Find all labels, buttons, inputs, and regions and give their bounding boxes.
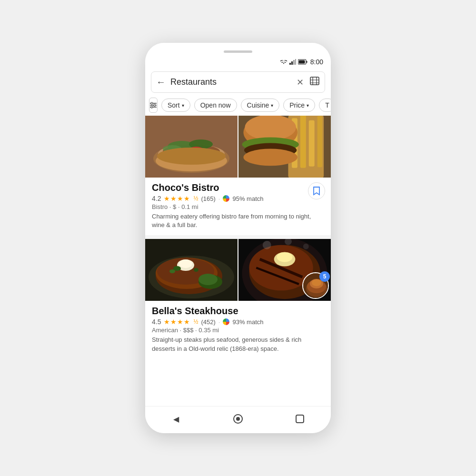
svg-point-56 bbox=[263, 241, 271, 249]
svg-point-55 bbox=[277, 252, 293, 262]
svg-point-65 bbox=[236, 417, 240, 421]
cuisine-chip-arrow: ▾ bbox=[271, 103, 273, 108]
svg-rect-6 bbox=[298, 60, 305, 64]
price-chip-arrow: ▾ bbox=[307, 103, 309, 108]
nav-home-button[interactable] bbox=[228, 411, 248, 426]
svg-rect-28 bbox=[300, 116, 306, 168]
svg-rect-30 bbox=[317, 116, 322, 167]
bellas-avatar-container: 5 bbox=[302, 272, 329, 299]
bellas-avatar-badge: 5 bbox=[319, 271, 330, 282]
svg-rect-1 bbox=[291, 61, 293, 65]
signal-icon bbox=[289, 59, 296, 65]
clear-icon[interactable]: ✕ bbox=[297, 77, 304, 88]
chocos-bistro-info: Choco's Bistro 4.2 ★★★★½ (165) · 95% mat… bbox=[145, 178, 331, 233]
price-chip[interactable]: Price ▾ bbox=[283, 99, 315, 112]
bellas-steakhouse-match: 93% match bbox=[232, 318, 263, 326]
svg-point-42 bbox=[179, 259, 192, 268]
phone-notch-bar bbox=[145, 43, 331, 56]
svg-point-35 bbox=[243, 149, 297, 166]
nav-recent-button[interactable] bbox=[290, 411, 309, 426]
sort-chip-label: Sort bbox=[168, 101, 180, 109]
chocos-bistro-description: Charming eatery offering bistro fare fro… bbox=[152, 212, 324, 229]
wifi-icon bbox=[280, 59, 288, 65]
sort-chip[interactable]: Sort ▾ bbox=[161, 99, 190, 112]
price-chip-label: Price bbox=[289, 101, 305, 109]
chocos-bistro-images bbox=[145, 116, 331, 178]
status-bar: 8:00 bbox=[145, 56, 331, 68]
svg-point-44 bbox=[169, 269, 175, 273]
open-now-chip-label: Open now bbox=[200, 101, 231, 109]
bellas-steakhouse-info: Bella's Steakhouse 4.5 ★★★★½ (452) · 93%… bbox=[145, 301, 331, 357]
chocos-bistro-stars: ★★★★ bbox=[164, 195, 190, 202]
bellas-steakhouse-reviews: (452) bbox=[201, 318, 215, 326]
chocos-bistro-image-left bbox=[145, 116, 238, 178]
status-icons: 8:00 bbox=[280, 58, 323, 66]
bellas-steakhouse-rating-row: 4.5 ★★★★½ (452) · 93% match bbox=[152, 318, 324, 326]
notch-pill bbox=[224, 50, 252, 53]
bellas-steakhouse-stars: ★★★★ bbox=[164, 318, 190, 326]
chocos-bistro-category: Bistro · $ · 0.1 mi bbox=[152, 203, 324, 210]
navigation-bar: ◀ bbox=[145, 406, 331, 433]
svg-point-58 bbox=[303, 244, 309, 249]
svg-point-63 bbox=[312, 279, 321, 286]
chocos-bistro-match: 95% match bbox=[232, 195, 263, 202]
bellas-steakhouse-rating: 4.5 bbox=[152, 318, 161, 326]
match-circle-icon bbox=[223, 195, 229, 202]
card-divider bbox=[145, 235, 331, 239]
filter-icon-chip[interactable] bbox=[149, 98, 158, 113]
cuisine-chip-label: Cuisine bbox=[247, 101, 269, 109]
bellas-steakhouse-image-left bbox=[145, 239, 238, 301]
search-query-text: Restaurants bbox=[170, 77, 292, 87]
svg-rect-5 bbox=[306, 61, 307, 63]
more-chip[interactable]: T bbox=[319, 99, 331, 112]
bellas-steakhouse-images: 5 bbox=[145, 239, 331, 301]
chocos-bistro-image-right bbox=[238, 116, 331, 178]
open-now-chip[interactable]: Open now bbox=[194, 99, 237, 112]
filter-chips-bar: Sort ▾ Open now Cuisine ▾ Price ▾ T bbox=[145, 95, 331, 116]
bellas-steakhouse-description: Straight-up steaks plus seafood, generou… bbox=[152, 336, 324, 353]
svg-rect-0 bbox=[289, 63, 291, 65]
battery-icon bbox=[298, 59, 307, 65]
match-circle-icon-2 bbox=[223, 318, 229, 325]
svg-rect-66 bbox=[296, 415, 304, 423]
cuisine-chip[interactable]: Cuisine ▾ bbox=[241, 99, 280, 112]
phone-frame: 8:00 ← Restaurants ✕ bbox=[145, 43, 331, 433]
status-time: 8:00 bbox=[310, 58, 323, 66]
bellas-steakhouse-category: American · $$$ · 0.35 mi bbox=[152, 327, 324, 334]
restaurant-card-chocos-bistro[interactable]: Choco's Bistro 4.2 ★★★★½ (165) · 95% mat… bbox=[145, 116, 331, 233]
svg-point-45 bbox=[194, 268, 198, 272]
bellas-steakhouse-name: Bella's Steakhouse bbox=[152, 306, 324, 317]
svg-point-24 bbox=[157, 148, 226, 165]
map-icon[interactable] bbox=[309, 76, 320, 89]
chocos-bistro-reviews: (165) bbox=[201, 195, 215, 202]
svg-point-47 bbox=[198, 274, 218, 285]
chocos-bistro-rating-row: 4.2 ★★★★½ (165) · 95% match bbox=[152, 195, 324, 202]
search-bar[interactable]: ← Restaurants ✕ bbox=[151, 71, 325, 93]
sort-chip-arrow: ▾ bbox=[182, 103, 184, 108]
svg-rect-29 bbox=[309, 120, 315, 167]
svg-point-12 bbox=[154, 104, 156, 106]
restaurant-card-bellas-steakhouse[interactable]: 5 Bella's Steakhouse 4.5 ★★★★½ (452) · 9… bbox=[145, 239, 331, 357]
nav-back-button[interactable]: ◀ bbox=[167, 411, 186, 426]
more-chip-label: T bbox=[325, 101, 329, 109]
search-bar-container: ← Restaurants ✕ bbox=[145, 68, 331, 95]
svg-point-32 bbox=[245, 116, 296, 140]
svg-rect-3 bbox=[295, 59, 296, 65]
chocos-bistro-bookmark-button[interactable] bbox=[308, 182, 325, 199]
chocos-bistro-name: Choco's Bistro bbox=[152, 182, 324, 193]
svg-point-13 bbox=[151, 106, 153, 108]
svg-rect-2 bbox=[293, 60, 295, 65]
svg-point-11 bbox=[151, 102, 153, 104]
content-area: Choco's Bistro 4.2 ★★★★½ (165) · 95% mat… bbox=[145, 116, 331, 406]
chocos-bistro-rating: 4.2 bbox=[152, 195, 161, 202]
search-bar-actions: ✕ bbox=[297, 76, 320, 89]
back-arrow-icon[interactable]: ← bbox=[156, 77, 166, 88]
svg-rect-7 bbox=[310, 77, 319, 85]
